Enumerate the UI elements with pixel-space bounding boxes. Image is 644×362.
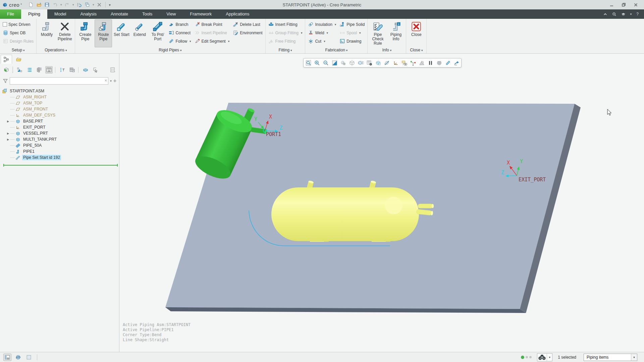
ribbon-button-extend[interactable]: Extend — [131, 19, 148, 47]
search-dropdown[interactable]: ▾ — [110, 79, 112, 83]
dropdown-arrow-icon[interactable]: ▾ — [228, 40, 230, 43]
tree-pipes-button[interactable] — [16, 66, 23, 74]
ribbon-button-pipe-check-rule[interactable]: Pipe Check Rule — [369, 19, 386, 47]
clear-search-icon[interactable]: × — [105, 78, 107, 83]
web-browser-button[interactable] — [14, 354, 22, 361]
ribbon-button-modify[interactable]: Modify — [38, 19, 55, 47]
refit-button[interactable] — [304, 59, 312, 67]
tree-item-asm-right[interactable]: ASM_RIGHT — [2, 94, 119, 100]
repaint-button[interactable] — [330, 59, 338, 67]
annotation-display-button[interactable] — [400, 59, 408, 67]
find-tool[interactable]: ▾ — [537, 353, 552, 361]
saved-orientations-button[interactable] — [357, 59, 365, 67]
zoom-out-button[interactable] — [322, 59, 330, 67]
sketch-display-button[interactable] — [418, 59, 426, 67]
ribbon-button-branch[interactable]: Branch — [167, 20, 192, 29]
tree-filter-button[interactable] — [59, 66, 66, 74]
perspective-button[interactable] — [374, 59, 382, 67]
close-button[interactable] — [631, 1, 641, 8]
tree-settings-button[interactable] — [109, 66, 116, 74]
customize-qat-dropdown[interactable]: ▾ — [108, 3, 111, 7]
dropdown-arrow-icon[interactable]: ▾ — [301, 31, 303, 35]
pause-button[interactable] — [426, 59, 434, 67]
ribbon-button-route-pipe[interactable]: Route Pipe — [95, 19, 112, 47]
toggle-browser-button[interactable] — [3, 354, 11, 361]
folder-browser-tab[interactable] — [13, 55, 24, 64]
find-dropdown[interactable]: ▾ — [547, 354, 552, 361]
dropdown-arrow-icon[interactable]: ▾ — [335, 23, 336, 26]
tab-framework[interactable]: Framework — [183, 9, 219, 19]
ribbon-button-follow[interactable]: Follow▾ — [167, 37, 192, 45]
ribbon-button-edit-segment[interactable]: Edit Segment▾ — [193, 37, 231, 45]
tree-item-pipe-set-start-id-192[interactable]: Pipe Set Start id 192 — [2, 154, 119, 161]
spin-center-button[interactable] — [409, 59, 417, 67]
windows-dropdown[interactable]: ▾ — [92, 3, 95, 6]
tree-item-asm-top[interactable]: ASM_TOP — [2, 100, 119, 106]
group-label-operations[interactable]: Operations▾ — [38, 47, 73, 53]
tab-annotate[interactable]: Annotate — [104, 9, 135, 19]
tree-item-exit-port[interactable]: EXIT_PORT — [2, 124, 119, 130]
tab-file[interactable]: File — [0, 9, 21, 19]
expand-arrow-icon[interactable]: ▶ — [6, 138, 10, 141]
save-button[interactable] — [43, 1, 51, 8]
add-filter-button[interactable]: + — [113, 78, 116, 84]
selection-filter-dropdown[interactable]: ▾ — [631, 354, 637, 361]
dropdown-arrow-icon[interactable]: ▾ — [190, 40, 191, 43]
tab-applications[interactable]: Applications — [219, 9, 256, 19]
learning-dropdown[interactable]: ▾ — [630, 12, 632, 16]
group-label-setup[interactable]: Setup▾ — [1, 47, 35, 53]
ribbon-button-weld[interactable]: Weld▾ — [307, 29, 337, 37]
ribbon-button-connect[interactable]: Connect — [167, 29, 192, 37]
ribbon-button-piping-info[interactable]: Piping Info — [387, 19, 405, 47]
search-icon[interactable] — [612, 12, 616, 16]
ribbon-button-drawing[interactable]: Drawing — [338, 37, 366, 45]
dropdown-arrow-icon[interactable]: ▾ — [359, 31, 361, 35]
ribbon-button-break-point[interactable]: Break Point — [193, 20, 231, 29]
minimize-button[interactable] — [606, 1, 616, 8]
ribbon-button-delete-pipeline[interactable]: Delete Pipeline — [56, 19, 73, 47]
windows-button[interactable] — [84, 1, 91, 8]
ribbon-button-set-start[interactable]: Set Start — [113, 19, 130, 47]
tree-item-asm-front[interactable]: ASM_FRONT — [2, 106, 119, 112]
route-pencil-button[interactable] — [444, 59, 452, 67]
ribbon-button-pipe-solid[interactable]: Pipe Solid — [338, 20, 366, 29]
exit-flow-button[interactable] — [452, 59, 461, 67]
dropdown-arrow-icon[interactable]: ▾ — [324, 40, 325, 43]
expand-arrow-icon[interactable]: ▶ — [6, 120, 10, 123]
tree-item-pipe-50a[interactable]: PIPE_50A — [2, 142, 119, 148]
close-window-button[interactable] — [96, 1, 103, 8]
tree-item-vessel-prt[interactable]: ▶VESSEL.PRT — [2, 130, 119, 136]
new-file-button[interactable] — [27, 1, 35, 8]
undo-button[interactable] — [51, 1, 59, 8]
tree-item-asm-def-csys[interactable]: ASM_DEF_CSYS — [2, 112, 119, 118]
tab-view[interactable]: View — [159, 9, 183, 19]
tree-search-input[interactable] — [10, 77, 108, 85]
dropdown-arrow-icon[interactable]: ▾ — [327, 31, 328, 35]
clip-button[interactable] — [435, 59, 443, 67]
redo-dropdown[interactable]: ▾ — [71, 3, 75, 6]
tab-piping[interactable]: Piping — [21, 9, 47, 19]
datum-display-button[interactable] — [383, 59, 391, 67]
insertion-indicator[interactable] — [3, 164, 118, 167]
zoom-in-button[interactable] — [313, 59, 321, 67]
learning-icon[interactable] — [621, 12, 626, 16]
show-button[interactable] — [3, 66, 10, 74]
open-file-button[interactable] — [35, 1, 43, 8]
checkbox[interactable] — [3, 22, 7, 27]
tree-item-base-prt[interactable]: ▶BASE.PRT — [2, 118, 119, 124]
tree-tables-button[interactable] — [68, 66, 76, 74]
ribbon-button-delete-last[interactable]: Delete Last — [231, 20, 264, 29]
regenerate-button[interactable] — [75, 1, 83, 8]
shade-button[interactable] — [339, 59, 347, 67]
tree-item-startpoint-asm[interactable]: STARTPOINT.ASM — [2, 88, 119, 94]
model-tree-tab[interactable] — [1, 55, 12, 64]
layers-button[interactable] — [82, 66, 89, 74]
help-icon[interactable]: ? — [636, 12, 639, 16]
select-mode-button[interactable] — [92, 66, 99, 74]
tab-model[interactable]: Model — [47, 9, 73, 19]
tree-expand-button[interactable] — [36, 66, 43, 74]
csys-display-button[interactable] — [391, 59, 399, 67]
tree-columns-button[interactable] — [45, 66, 53, 74]
ribbon-button-insert-fitting[interactable]: Insert Fitting — [267, 20, 304, 29]
selection-filter-combo[interactable]: Piping items ▾ — [584, 354, 637, 361]
